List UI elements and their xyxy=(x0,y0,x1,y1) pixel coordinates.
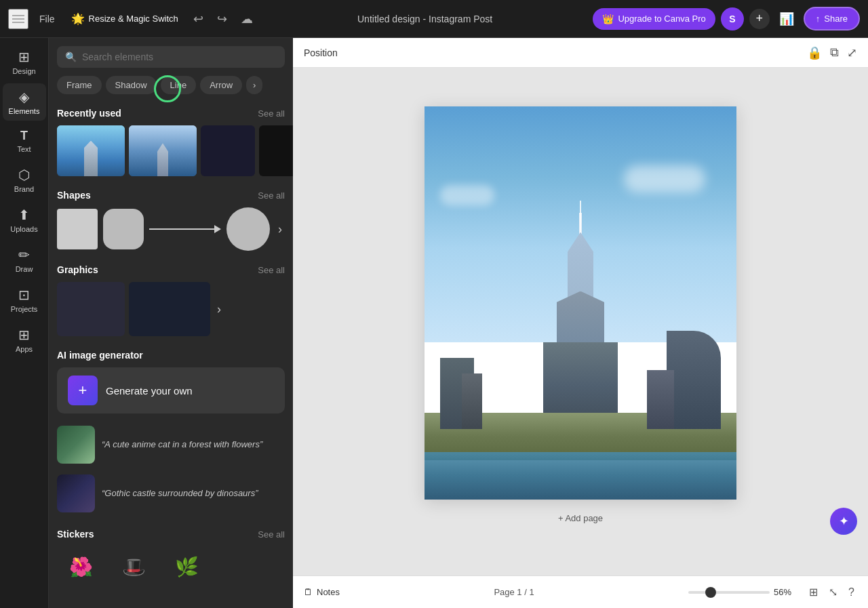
menu-button[interactable] xyxy=(8,9,28,29)
graphic-item-2[interactable] xyxy=(129,282,210,336)
position-title: Position xyxy=(304,47,338,58)
topbar: File 🌟 Resize & Magic Switch ↩ ↪ ☁ Untit… xyxy=(0,0,868,38)
recently-used-thumbnails: › xyxy=(57,125,285,176)
sticker-2[interactable]: 🎩 xyxy=(110,546,157,587)
graphics-see-all[interactable]: See all xyxy=(258,265,285,275)
draw-icon: ✏ xyxy=(18,247,30,263)
ai-suggestion-1[interactable]: “A cute anime cat in a forest with flowe… xyxy=(57,420,285,469)
ai-suggestion-text-1: “A cute anime cat in a forest with flowe… xyxy=(102,439,262,451)
topbar-left: File 🌟 Resize & Magic Switch ↩ ↪ ☁ xyxy=(8,9,257,29)
text-icon: T xyxy=(20,129,28,143)
thumbnail-1[interactable] xyxy=(57,125,125,176)
graphics-next-arrow[interactable]: › xyxy=(214,300,224,319)
add-collaborator-button[interactable]: + xyxy=(749,9,770,29)
sidebar-item-draw[interactable]: ✏ Draw xyxy=(3,241,46,279)
chip-line[interactable]: Line xyxy=(161,76,197,94)
sidebar-item-design[interactable]: ⊞ Design xyxy=(3,43,46,81)
sticker-3[interactable]: 🌿 xyxy=(163,546,210,587)
shape-line-arrow[interactable] xyxy=(149,225,221,233)
chip-frame[interactable]: Frame xyxy=(57,76,102,94)
stickers-header: Stickers See all xyxy=(57,529,285,540)
thumbnail-3[interactable] xyxy=(201,125,255,176)
expand-button[interactable]: ⤢ xyxy=(847,45,857,60)
projects-icon: ⊡ xyxy=(18,287,30,303)
undo-button[interactable]: ↩ xyxy=(189,9,208,29)
sidebar-item-apps[interactable]: ⊞ Apps xyxy=(3,321,46,359)
uploads-icon: ⬆ xyxy=(18,207,30,223)
page-info: Page 1 / 1 xyxy=(348,587,680,597)
recently-used-section: Recently used See all › xyxy=(49,100,293,182)
thumbnail-4[interactable] xyxy=(259,125,293,176)
ai-suggestion-thumb-2 xyxy=(57,474,95,512)
zoom-controls: 56% ⊞ ⤡ ? xyxy=(688,583,857,601)
add-page-section: + Add page xyxy=(425,500,736,537)
redo-button[interactable]: ↪ xyxy=(213,9,231,29)
cloud-save-button[interactable]: ☁ xyxy=(237,9,257,29)
topbar-right: 👑 Upgrade to Canva Pro S + 📊 ↑ Share xyxy=(593,7,860,31)
design-icon: ⊞ xyxy=(18,49,30,65)
recently-used-header: Recently used See all xyxy=(57,108,285,119)
fullscreen-button[interactable]: ⤡ xyxy=(826,583,840,601)
stickers-title: Stickers xyxy=(57,529,94,540)
sticker-1[interactable]: 🌺 xyxy=(57,546,104,587)
graphics-grid: › xyxy=(57,282,285,336)
position-bar: Position 🔒 ⧉ ⤢ xyxy=(293,38,868,68)
search-container: 🔍 xyxy=(49,38,293,73)
shapes-section: Shapes See all › xyxy=(49,182,293,256)
sidebar-item-elements[interactable]: ◈ Elements xyxy=(3,83,46,121)
notes-icon: 🗒 xyxy=(304,587,313,597)
recently-used-see-all[interactable]: See all xyxy=(258,108,285,119)
ai-suggestion-text-2: “Gothic castle surrounded by dinosaurs” xyxy=(102,487,258,500)
sidebar-item-uploads[interactable]: ⬆ Uploads xyxy=(3,201,46,239)
help-button[interactable]: ? xyxy=(846,584,857,601)
ai-suggestion-2[interactable]: “Gothic castle surrounded by dinosaurs” xyxy=(57,469,285,518)
zoom-slider[interactable] xyxy=(688,591,770,594)
sidebar-icons: ⊞ Design ◈ Elements T Text ⬡ Brand ⬆ Upl… xyxy=(0,38,49,608)
lock-button[interactable]: 🔒 xyxy=(807,45,822,60)
document-title: Untitled design - Instagram Post xyxy=(262,14,588,24)
recently-used-title: Recently used xyxy=(57,108,121,119)
ai-suggestion-thumb-1 xyxy=(57,426,95,464)
file-button[interactable]: File xyxy=(34,11,60,27)
shape-rounded-square[interactable] xyxy=(103,209,144,249)
share-button[interactable]: ↑ Share xyxy=(804,7,860,31)
analytics-button[interactable]: 📊 xyxy=(775,9,798,29)
magic-icon: 🌟 xyxy=(71,12,85,25)
shapes-title: Shapes xyxy=(57,190,91,201)
zoom-slider-container: 56% xyxy=(688,587,801,597)
sidebar-item-brand[interactable]: ⬡ Brand xyxy=(3,161,46,199)
grid-view-button[interactable]: ⊞ xyxy=(806,583,821,601)
shapes-next-arrow[interactable]: › xyxy=(275,220,285,239)
graphic-item-1[interactable] xyxy=(57,282,125,336)
ai-generate-button[interactable]: + Generate your own xyxy=(57,367,285,413)
avatar[interactable]: S xyxy=(721,7,744,31)
chip-more[interactable]: › xyxy=(246,76,262,94)
shape-square[interactable] xyxy=(57,209,98,249)
crown-icon: 👑 xyxy=(602,14,614,24)
chip-arrow[interactable]: Arrow xyxy=(200,76,242,94)
ai-generate-label: Generate your own xyxy=(106,385,193,397)
stickers-grid: 🌺 🎩 🌿 xyxy=(57,546,285,587)
sidebar-item-text[interactable]: T Text xyxy=(3,123,46,159)
chip-shadow[interactable]: Shadow xyxy=(106,76,157,94)
search-input[interactable] xyxy=(82,52,277,62)
search-icon: 🔍 xyxy=(65,52,77,62)
stickers-see-all[interactable]: See all xyxy=(258,529,285,540)
shapes-see-all[interactable]: See all xyxy=(258,190,285,201)
upgrade-button[interactable]: 👑 Upgrade to Canva Pro xyxy=(593,8,715,30)
magic-wand-button[interactable]: ✦ xyxy=(830,508,857,535)
add-page-button[interactable]: + Add page xyxy=(425,506,736,530)
elements-icon: ◈ xyxy=(19,89,29,105)
share-icon: ↑ xyxy=(816,14,821,24)
resize-magic-switch-button[interactable]: 🌟 Resize & Magic Switch xyxy=(66,9,184,28)
shapes-grid: › xyxy=(57,207,285,251)
shape-circle[interactable] xyxy=(226,207,270,251)
ai-generator-title: AI image generator xyxy=(57,350,285,361)
notes-button[interactable]: 🗒 Notes xyxy=(304,587,340,597)
sidebar-item-projects[interactable]: ⊡ Projects xyxy=(3,281,46,319)
copy-button[interactable]: ⧉ xyxy=(830,45,839,60)
canvas-viewport[interactable]: + Add page ✦ xyxy=(293,68,868,575)
thumbnail-2[interactable] xyxy=(129,125,197,176)
canvas-design[interactable] xyxy=(425,106,736,500)
bottom-bar: 🗒 Notes Page 1 / 1 56% ⊞ ⤡ ? xyxy=(293,575,868,608)
